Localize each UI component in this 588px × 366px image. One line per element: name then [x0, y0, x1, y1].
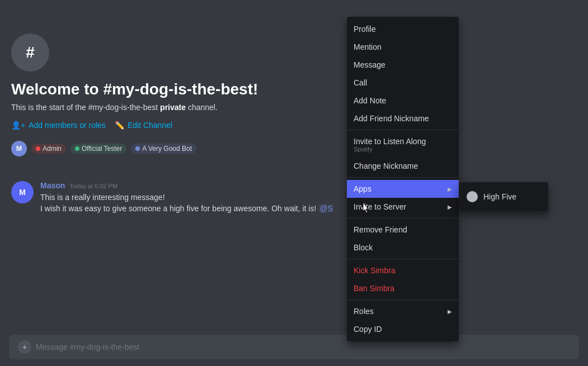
message-input-placeholder[interactable]: Message #my-dog-is-the-best	[36, 343, 139, 351]
menu-label-invite-to-server: Invite to Server	[354, 202, 406, 211]
message-input-container: + Message #my-dog-is-the-best	[9, 335, 579, 359]
menu-label-roles: Roles	[354, 307, 374, 316]
menu-divider-5	[347, 300, 459, 300]
channel-description: This is the start of the #my-dog-is-the-…	[11, 103, 577, 112]
menu-divider-2	[347, 177, 459, 178]
menu-item-copy-id[interactable]: Copy ID	[347, 320, 459, 338]
menu-item-change-nickname[interactable]: Change Nickname	[347, 157, 459, 175]
edit-channel-button[interactable]: ✏️ Edit Channel	[115, 121, 172, 130]
role-label-very-good-bot: A Very Good Bot	[142, 145, 192, 153]
menu-item-roles[interactable]: Roles ▶	[347, 302, 459, 320]
role-dot-admin	[36, 146, 40, 151]
menu-item-invite-to-server[interactable]: Invite to Server ▶	[347, 198, 459, 216]
message-timestamp: Today at 6:02 PM	[69, 183, 117, 189]
submenu-apps: High Five	[459, 182, 548, 211]
menu-sublabel-spotify: Spotify	[354, 146, 373, 153]
role-label-official-tester: Official Tester	[82, 145, 122, 153]
menu-item-profile[interactable]: Profile	[347, 20, 459, 38]
menu-label-copy-id: Copy ID	[354, 325, 382, 334]
channel-desc-end: channel.	[186, 103, 218, 112]
menu-item-invite-listen-along[interactable]: Invite to Listen Along Spotify	[347, 132, 459, 157]
menu-label-kick: Kick Simbra	[354, 266, 396, 275]
high-five-emoji-icon	[467, 191, 478, 202]
channel-desc-bold: private	[160, 103, 186, 112]
submenu-item-high-five[interactable]: High Five	[459, 186, 548, 208]
message-username: Mason	[40, 181, 65, 190]
edit-channel-label: Edit Channel	[128, 121, 172, 130]
add-attachment-icon[interactable]: +	[18, 340, 31, 354]
menu-item-add-note[interactable]: Add Note	[347, 92, 459, 110]
role-dot-bot	[135, 146, 140, 151]
menu-item-add-friend-nickname[interactable]: Add Friend Nickname	[347, 110, 459, 127]
chevron-right-icon: ▶	[448, 186, 452, 192]
channel-desc-start: This is the start of the #my-dog-is-the-…	[11, 103, 160, 112]
mention: @S	[318, 204, 334, 213]
submenu-label-high-five: High Five	[483, 192, 516, 201]
edit-channel-icon: ✏️	[115, 121, 124, 130]
user-avatar-badge: M	[11, 141, 27, 156]
menu-divider-1	[347, 130, 459, 130]
menu-label-invite-listen-along: Invite to Listen Along	[354, 137, 426, 146]
menu-label-add-friend-nickname: Add Friend Nickname	[354, 114, 429, 123]
menu-label-ban: Ban Simbra	[354, 284, 394, 293]
menu-item-remove-friend[interactable]: Remove Friend	[347, 221, 459, 239]
channel-hash-symbol: #	[26, 44, 35, 61]
menu-item-block[interactable]: Block	[347, 239, 459, 256]
menu-item-message[interactable]: Message	[347, 56, 459, 74]
menu-label-block: Block	[354, 243, 373, 252]
menu-label-profile: Profile	[354, 25, 376, 34]
role-badge-official-tester: Official Tester	[70, 144, 126, 154]
menu-divider-4	[347, 259, 459, 259]
chevron-right-icon-server: ▶	[448, 204, 452, 210]
role-badge-very-good-bot: A Very Good Bot	[131, 144, 196, 154]
menu-label-apps: Apps	[354, 184, 371, 193]
menu-item-call[interactable]: Call	[347, 74, 459, 92]
chevron-right-icon-roles: ▶	[448, 308, 452, 315]
menu-label-message: Message	[354, 60, 385, 69]
menu-item-ban[interactable]: Ban Simbra	[347, 279, 459, 297]
menu-label-remove-friend: Remove Friend	[354, 225, 407, 234]
menu-divider-3	[347, 218, 459, 218]
add-members-icon: 👤+	[11, 121, 25, 130]
menu-label-change-nickname: Change Nickname	[354, 161, 418, 170]
menu-item-kick[interactable]: Kick Simbra	[347, 262, 459, 279]
menu-label-call: Call	[354, 78, 367, 87]
channel-title: Welcome to #my-dog-is-the-best!	[11, 80, 577, 98]
channel-icon: #	[11, 34, 49, 72]
menu-item-mention[interactable]: Mention	[347, 38, 459, 56]
role-label-admin: Admin	[43, 145, 62, 153]
add-members-button[interactable]: 👤+ Add members or roles	[11, 121, 106, 130]
menu-item-apps[interactable]: Apps ▶	[347, 180, 459, 198]
menu-label-add-note: Add Note	[354, 96, 386, 105]
message-input-box[interactable]: + Message #my-dog-is-the-best	[9, 335, 579, 359]
channel-actions: 👤+ Add members or roles ✏️ Edit Channel	[11, 121, 577, 130]
menu-label-mention: Mention	[354, 42, 382, 51]
channel-header: # Welcome to #my-dog-is-the-best! This i…	[0, 0, 588, 181]
avatar: M	[11, 181, 34, 203]
role-dot-tester	[75, 146, 79, 151]
context-menu: Profile Mention Message Call Add Note Ad…	[347, 17, 459, 341]
role-badge-admin: Admin	[31, 144, 66, 154]
add-members-label: Add members or roles	[29, 121, 106, 130]
role-badges: M Admin Official Tester A Very Good Bot	[11, 141, 577, 156]
